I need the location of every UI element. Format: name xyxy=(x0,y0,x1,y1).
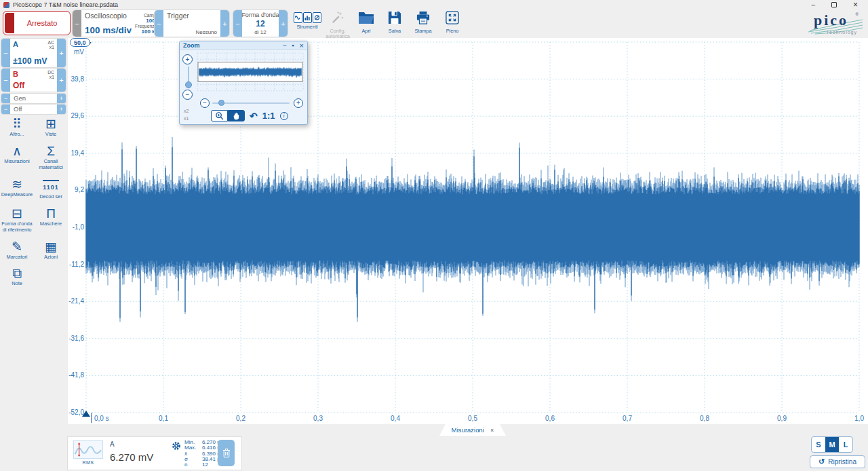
channel-b-panel[interactable]: B DC x1 Off xyxy=(10,69,57,92)
channel-b-decrease-button[interactable]: − xyxy=(1,69,10,92)
channel-a-probe: x1 xyxy=(50,45,54,50)
zoom-tool-button[interactable] xyxy=(211,110,228,121)
trigger-decrease-button[interactable]: − xyxy=(155,10,163,37)
zoom-ratio-label: 1:1 xyxy=(262,111,275,121)
waveform-nav-label: Forma d'onda xyxy=(241,12,279,18)
fullscreen-button[interactable]: Pieno xyxy=(437,11,467,38)
svg-text:-41,8: -41,8 xyxy=(68,371,84,379)
altro-icon: ⠿ xyxy=(12,117,22,131)
sidebar-item-decod-ser[interactable]: 1101Decod ser xyxy=(39,177,62,200)
marcatori-icon: ✎ xyxy=(12,240,22,254)
waveform-nav-panel[interactable]: Forma d'onda 12 di 12 xyxy=(242,10,279,37)
auto-setup-button[interactable]: Config. automatica xyxy=(323,11,353,38)
sidebar-item-viste[interactable]: ⊞Viste xyxy=(45,117,56,138)
zoom-horizontal-out-button[interactable]: − xyxy=(200,98,210,108)
sidebar-item-maschere[interactable]: ΠMaschere xyxy=(40,206,62,233)
maximize-button[interactable] xyxy=(831,2,837,7)
save-button[interactable]: Salva xyxy=(380,11,410,38)
zoom-pin-button[interactable]: ▪ xyxy=(292,42,294,49)
delete-measurement-button[interactable] xyxy=(218,440,235,466)
info-icon[interactable]: i xyxy=(280,112,288,120)
restore-icon: ↺ xyxy=(818,457,825,466)
zoom-window[interactable]: Zoom – ▪ × + − x2 x1 − + ↶ 1:1 i xyxy=(179,41,308,125)
minimize-button[interactable]: – xyxy=(811,1,815,8)
channel-a-panel[interactable]: A AC x1 ±100 mV xyxy=(10,39,57,67)
zoom-vertical-slider-thumb[interactable] xyxy=(185,81,192,88)
measurement-card[interactable]: RMS A 6.270 mV Min.6.270 mVMax.6.416 mVx… xyxy=(68,437,241,470)
zoom-minimize-button[interactable]: – xyxy=(283,42,286,49)
zoom-undo-icon[interactable]: ↶ xyxy=(250,111,258,121)
sidebar-item-label: Azioni xyxy=(44,254,58,261)
sidebar-item-label: Note xyxy=(12,280,22,287)
zoom-close-button[interactable]: × xyxy=(300,41,304,50)
sidebar-item-marcatori[interactable]: ✎Marcatori xyxy=(7,240,28,261)
tools-button[interactable]: Strumenti xyxy=(292,11,322,38)
gen-increase-button[interactable]: + xyxy=(57,94,66,103)
restore-button[interactable]: ↺ Ripristina xyxy=(810,455,865,468)
sidebar-item-label: Decod ser xyxy=(39,193,62,200)
close-button[interactable]: × xyxy=(853,1,858,8)
trigger-panel[interactable]: Trigger Nessuno xyxy=(163,10,220,37)
waveform-next-button[interactable]: + xyxy=(279,10,288,37)
sidebar-item-misurazioni[interactable]: ∧Misurazioni xyxy=(4,144,29,171)
timebase-decrease-button[interactable]: − xyxy=(73,10,81,37)
print-button[interactable]: Stampa xyxy=(408,11,438,38)
gear-icon[interactable] xyxy=(172,441,181,453)
trigger-increase-button[interactable]: + xyxy=(220,10,229,37)
sidebar: − A AC x1 ±100 mV + − B DC xyxy=(0,38,68,471)
restore-label: Ripristina xyxy=(828,458,856,466)
waveform-prev-button[interactable]: − xyxy=(233,10,242,37)
svg-text:-1,0: -1,0 xyxy=(73,223,85,231)
sidebar-item-label: Forma d'onda di riferimento xyxy=(0,221,34,233)
channel-b-state: Off xyxy=(13,81,54,90)
axis-scale-value[interactable]: 50,0 xyxy=(70,38,90,47)
svg-text:19,4: 19,4 xyxy=(71,149,85,157)
stop-button[interactable]: Arrestato xyxy=(3,11,71,35)
oscilloscope-panel[interactable]: Oscilloscopio 100 ms/div Campioni 100 kS… xyxy=(81,10,167,37)
sidebar-item-forma-onda-riferimento[interactable]: ⊟Forma d'onda di riferimento xyxy=(0,206,34,233)
sidebar-item-canali-matematici[interactable]: ΣCanali matematici xyxy=(34,144,68,171)
svg-text:-11,2: -11,2 xyxy=(69,261,84,268)
sidebar-item-deepmeasure[interactable]: ≋DeepMeasure xyxy=(1,177,33,200)
zoom-horizontal-slider-thumb[interactable] xyxy=(218,100,224,106)
svg-text:-31,6: -31,6 xyxy=(68,335,84,342)
oscilloscope-label: Oscilloscopio xyxy=(85,12,132,20)
svg-text:9,2: 9,2 xyxy=(75,186,84,193)
size-option-s[interactable]: S xyxy=(812,437,825,452)
sidebar-item-altro[interactable]: ⠿Altro... xyxy=(9,117,24,138)
zoom-window-titlebar[interactable]: Zoom – ▪ × xyxy=(180,41,307,50)
pan-tool-button[interactable] xyxy=(228,110,245,121)
svg-text:1,0: 1,0 xyxy=(854,415,864,422)
sidebar-item-note[interactable]: ⧉Note xyxy=(12,266,22,287)
measurements-tab[interactable]: Misurazioni × xyxy=(439,424,506,436)
gen-decrease-button[interactable]: − xyxy=(1,94,10,103)
zoom-overview-preview[interactable] xyxy=(196,52,304,92)
zoom-vertical-out-button[interactable]: − xyxy=(182,90,193,100)
svg-text:0,0 s: 0,0 s xyxy=(94,415,109,422)
logo-subtitle: Technology xyxy=(827,30,857,35)
waveform-count: di 12 xyxy=(254,29,266,35)
waveform-index: 12 xyxy=(256,20,264,27)
sidebar-item-azioni[interactable]: ▦Azioni xyxy=(44,240,58,261)
gen-state[interactable]: Off xyxy=(10,105,57,114)
generator-widget: − Gen + − Off + xyxy=(1,94,66,114)
measurements-tab-close-icon[interactable]: × xyxy=(490,427,494,434)
zoom-x1-label: x1 xyxy=(184,116,189,121)
gen-state-increase-button[interactable]: + xyxy=(57,105,66,114)
size-toggle: SML xyxy=(811,436,853,453)
channel-a-increase-button[interactable]: + xyxy=(57,39,66,67)
channel-a-decrease-button[interactable]: − xyxy=(1,39,10,67)
channel-b-increase-button[interactable]: + xyxy=(57,69,66,92)
bottom-bar: Misurazioni × RMS A 6.270 mV Min.6.270 m… xyxy=(0,424,868,471)
zoom-vertical-in-button[interactable]: + xyxy=(182,54,193,64)
zoom-horizontal-in-button[interactable]: + xyxy=(294,98,303,108)
svg-text:0,9: 0,9 xyxy=(777,415,787,422)
maschere-icon: Π xyxy=(46,206,56,221)
gen-state-decrease-button[interactable]: − xyxy=(1,105,10,114)
sidebar-item-label: DeepMeasure xyxy=(1,191,33,198)
size-option-l[interactable]: L xyxy=(839,437,852,452)
open-button[interactable]: Apri xyxy=(351,11,381,38)
size-option-m[interactable]: M xyxy=(825,437,839,452)
gen-label[interactable]: Gen xyxy=(10,94,57,103)
logo-registered-mark: ® xyxy=(856,12,859,16)
